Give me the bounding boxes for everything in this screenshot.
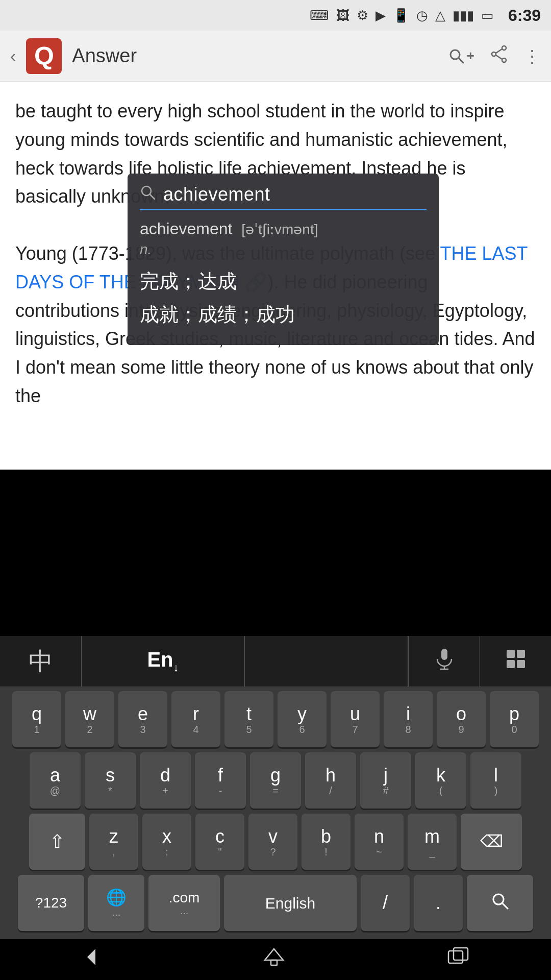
key-q[interactable]: q1 — [12, 691, 61, 747]
key-c[interactable]: c" — [195, 814, 244, 870]
wifi-icon: △ — [435, 8, 445, 23]
nav-recents-button[interactable] — [445, 946, 471, 973]
bluetooth-icon: ▶ — [375, 8, 386, 23]
symbols-key[interactable]: ?123 — [18, 875, 84, 931]
search-input-row[interactable] — [140, 184, 427, 210]
status-time: 6:39 — [508, 6, 541, 25]
period-key[interactable]: . — [414, 875, 463, 931]
battery-icon: ▭ — [481, 8, 494, 23]
mic-icon — [434, 648, 455, 675]
chinese-icon: 中 — [29, 645, 53, 678]
key-j[interactable]: j# — [360, 752, 411, 808]
key-k[interactable]: k( — [415, 752, 466, 808]
svg-point-3 — [502, 58, 506, 62]
key-e[interactable]: e3 — [118, 691, 167, 747]
svg-point-2 — [502, 46, 506, 50]
search-result-translations: 完成；达成 成就；成绩；成功 — [140, 265, 427, 331]
key-y[interactable]: y6 — [278, 691, 327, 747]
search-plus-button[interactable]: + — [448, 48, 474, 64]
key-h[interactable]: h/ — [305, 752, 356, 808]
keyboard-area: 中 En↓ — [0, 636, 551, 939]
svg-line-1 — [459, 58, 463, 63]
key-b[interactable]: b! — [302, 814, 350, 870]
signal-icon: ▮▮▮ — [453, 8, 474, 23]
keyboard-row-4: ?123 🌐 ... .com ... English / . — [3, 875, 548, 931]
keyboard-grid-button[interactable] — [480, 636, 551, 687]
key-d[interactable]: d+ — [140, 752, 191, 808]
key-z[interactable]: z, — [89, 814, 138, 870]
share-button[interactable] — [490, 45, 508, 67]
key-t[interactable]: t5 — [224, 691, 273, 747]
svg-rect-15 — [517, 660, 525, 668]
en-label: En↓ — [147, 648, 179, 674]
english-input-mode[interactable]: En↓ — [82, 648, 244, 674]
svg-rect-9 — [441, 649, 447, 660]
svg-rect-20 — [271, 960, 277, 965]
key-p[interactable]: p0 — [490, 691, 539, 747]
key-i[interactable]: i8 — [384, 691, 433, 747]
chinese-input-mode[interactable]: 中 — [0, 636, 82, 687]
keyboard-row-1: q1 w2 e3 r4 t5 y6 u7 i8 o9 p0 — [3, 691, 548, 747]
key-n[interactable]: n~ — [355, 814, 404, 870]
key-u[interactable]: u7 — [331, 691, 380, 747]
translation-2: 成就；成绩；成功 — [140, 298, 427, 331]
search-result-pos: n. — [140, 241, 427, 258]
keyboard-toolbar: 中 En↓ — [0, 636, 551, 687]
status-bar: ⌨ 🖼 ⚙ ▶ 📱 ◷ △ ▮▮▮ ▭ 6:39 — [0, 0, 551, 31]
key-s[interactable]: s* — [85, 752, 136, 808]
search-popup-icon — [140, 184, 156, 205]
backspace-key[interactable]: ⌫ — [461, 814, 522, 870]
search-popup: achievement [əˈtʃiːvmənt] n. 完成；达成 成就；成绩… — [128, 174, 439, 345]
slash-key[interactable]: / — [361, 875, 410, 931]
back-button[interactable]: ‹ — [10, 46, 16, 66]
key-f[interactable]: f- — [195, 752, 246, 808]
language-key[interactable]: 🌐 ... — [88, 875, 144, 931]
key-g[interactable]: g= — [250, 752, 301, 808]
key-r[interactable]: r4 — [171, 691, 220, 747]
svg-line-6 — [496, 55, 502, 59]
search-key[interactable] — [467, 875, 533, 931]
content-area: be taught to every high school student i… — [0, 82, 551, 470]
svg-rect-14 — [507, 660, 515, 668]
app-logo: Q — [26, 38, 62, 74]
more-menu-button[interactable]: ⋮ — [523, 46, 541, 66]
key-l[interactable]: l) — [470, 752, 521, 808]
shift-key[interactable]: ⇧ — [29, 814, 85, 870]
dotcom-key[interactable]: .com ... — [148, 875, 220, 931]
clock-icon: ◷ — [416, 8, 428, 23]
key-w[interactable]: w2 — [65, 691, 114, 747]
keyboard-keys: q1 w2 e3 r4 t5 y6 u7 i8 o9 p0 a@ s* d+ f… — [0, 687, 551, 939]
svg-line-17 — [502, 903, 508, 909]
image-status-icon: 🖼 — [336, 8, 349, 23]
key-o[interactable]: o9 — [437, 691, 486, 747]
svg-line-8 — [150, 194, 155, 199]
svg-point-4 — [492, 52, 496, 56]
key-m[interactable]: m_ — [408, 814, 457, 870]
nav-home-button[interactable] — [263, 946, 285, 973]
nav-back-button[interactable] — [80, 946, 103, 973]
svg-rect-21 — [448, 951, 463, 963]
keyboard-status-icon: ⌨ — [310, 8, 329, 23]
svg-marker-18 — [87, 949, 95, 965]
svg-marker-19 — [265, 949, 283, 960]
translation-1: 完成；达成 — [140, 265, 427, 298]
search-popup-input[interactable] — [163, 184, 427, 205]
english-space-key[interactable]: English — [224, 875, 357, 931]
search-result-word: achievement [əˈtʃiːvmənt] — [140, 219, 427, 238]
svg-line-5 — [496, 49, 502, 53]
key-v[interactable]: v? — [248, 814, 297, 870]
microphone-button[interactable] — [408, 636, 480, 687]
app-title: Answer — [72, 45, 438, 67]
svg-rect-13 — [517, 650, 525, 658]
key-x[interactable]: x: — [142, 814, 191, 870]
nav-bar — [0, 939, 551, 980]
svg-rect-12 — [507, 650, 515, 658]
key-a[interactable]: a@ — [30, 752, 81, 808]
keyboard-row-2: a@ s* d+ f- g= h/ j# k( l) — [3, 752, 548, 808]
phone-icon: 📱 — [393, 8, 409, 23]
keyboard-row-3: ⇧ z, x: c" v? b! n~ m_ ⌫ — [3, 814, 548, 870]
settings-status-icon: ⚙ — [357, 8, 368, 23]
grid-icon — [506, 649, 526, 674]
status-icons: ⌨ 🖼 ⚙ ▶ 📱 ◷ △ ▮▮▮ ▭ — [310, 8, 494, 23]
app-bar-actions: + ⋮ — [448, 45, 541, 67]
